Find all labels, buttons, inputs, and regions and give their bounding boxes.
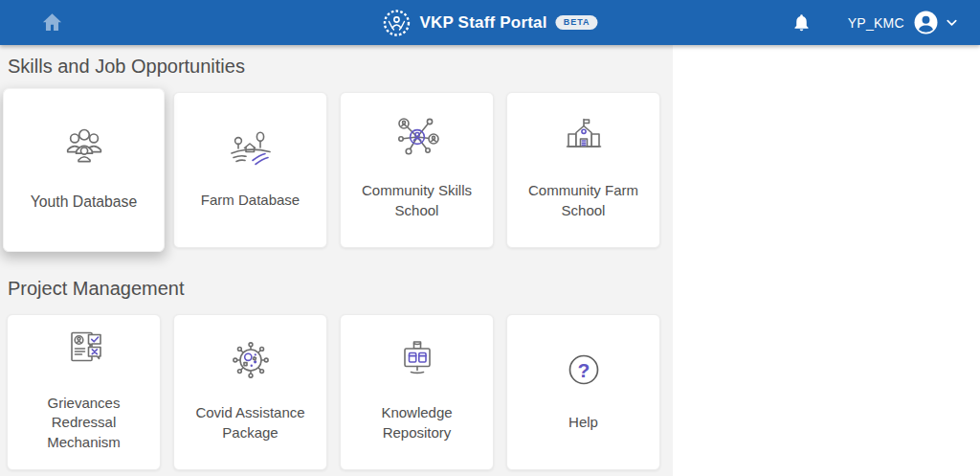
card-label: Community Farm School: [517, 181, 650, 220]
beta-badge: BETA: [556, 15, 598, 30]
people-group-icon: [56, 118, 112, 176]
farm-icon: [224, 120, 278, 175]
card-label: Knowledge Repository: [350, 403, 483, 442]
virus-icon: [224, 332, 278, 388]
card-label: Grievances Redressal Mechanism: [17, 394, 150, 452]
card-label: Help: [568, 413, 598, 432]
svg-text:?: ?: [577, 359, 590, 381]
bell-icon: [791, 12, 812, 33]
notifications-button[interactable]: [791, 12, 812, 33]
card-grievances-redressal[interactable]: Grievances Redressal Mechanism: [7, 314, 161, 470]
user-menu-button[interactable]: [914, 11, 938, 34]
monitor-books-icon: [390, 332, 444, 388]
app-header: VKP Staff Portal BETA YP_KMC: [0, 0, 980, 45]
section-title-skills: Skills and Job Opportunities: [8, 53, 673, 79]
question-mark-icon: ?: [557, 342, 611, 397]
card-label: Covid Assistance Package: [184, 403, 317, 442]
chevron-down-icon[interactable]: [945, 15, 959, 30]
school-building-icon: [557, 110, 611, 166]
card-row-skills: Youth Database: [7, 92, 673, 248]
card-covid-assistance[interactable]: Covid Assistance Package: [173, 314, 327, 470]
username-label: YP_KMC: [848, 15, 904, 31]
card-youth-database[interactable]: Youth Database: [3, 88, 165, 252]
avatar-icon: [914, 11, 938, 34]
card-label: Community Skills School: [350, 181, 483, 220]
card-help[interactable]: ? Help: [506, 314, 660, 470]
section-title-projects: Project Management: [8, 275, 673, 302]
card-label: Youth Database: [31, 192, 138, 212]
home-icon: [40, 11, 64, 34]
document-feedback-icon: [57, 323, 111, 378]
header-brand: VKP Staff Portal BETA: [382, 0, 597, 45]
card-farm-database[interactable]: Farm Database: [173, 92, 327, 248]
main-content: Skills and Job Opportunities Youth Datab…: [0, 45, 673, 476]
card-knowledge-repository[interactable]: Knowledge Repository: [340, 314, 494, 470]
card-label: Farm Database: [201, 191, 300, 210]
home-button[interactable]: [34, 0, 69, 45]
card-community-farm-school[interactable]: Community Farm School: [506, 92, 660, 248]
card-community-skills-school[interactable]: Community Skills School: [340, 92, 494, 248]
people-network-icon: [390, 110, 444, 166]
header-actions: YP_KMC: [791, 0, 959, 45]
portal-logo: [382, 9, 411, 37]
card-row-projects: Grievances Redressal Mechanism: [7, 314, 673, 470]
page-title: VKP Staff Portal: [419, 13, 546, 33]
